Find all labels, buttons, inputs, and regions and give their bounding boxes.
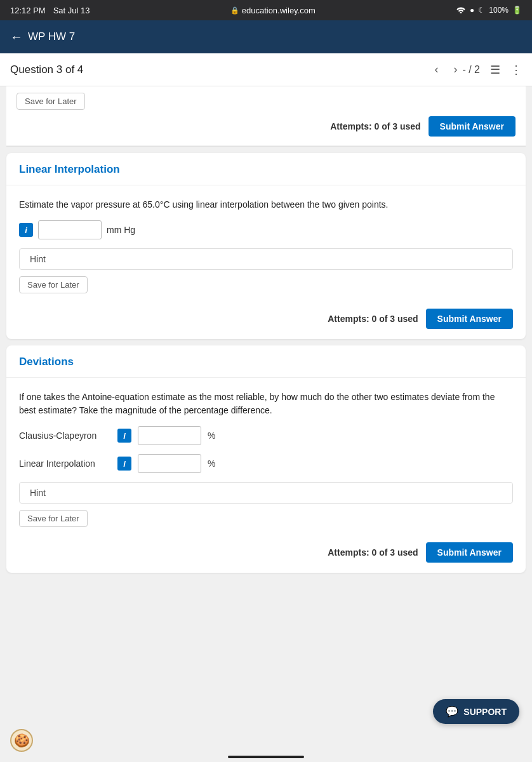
status-bar: 12:12 PM Sat Jul 13 🔒 education.wiley.co… bbox=[0, 0, 532, 20]
status-indicators: ● ☾ 100% 🔋 bbox=[456, 6, 522, 15]
list-icon[interactable]: ☰ bbox=[490, 63, 500, 77]
wifi-icon bbox=[456, 6, 466, 15]
more-options-icon[interactable]: ⋮ bbox=[510, 63, 522, 77]
deviations-title: Deviations bbox=[6, 345, 526, 378]
linear-interpolation-input-row: i mm Hg bbox=[19, 220, 513, 239]
lock-icon: 🔒 bbox=[230, 6, 239, 15]
linear-interpolation-card: Linear Interpolation Estimate the vapor … bbox=[6, 153, 526, 339]
nav-bar: ← WP HW 7 bbox=[0, 20, 532, 53]
linear-interpolation-info-button[interactable]: i bbox=[19, 223, 33, 237]
top-card: Save for Later Attempts: 0 of 3 used Sub… bbox=[6, 86, 526, 147]
main-content: Save for Later Attempts: 0 of 3 used Sub… bbox=[0, 86, 532, 643]
clausius-clapeyron-input[interactable] bbox=[138, 426, 201, 445]
deviations-linear-label: Linear Interpolation bbox=[19, 458, 111, 469]
date-display: Sat Jul 13 bbox=[53, 6, 90, 15]
nav-title: WP HW 7 bbox=[28, 30, 75, 43]
battery-text: 100% bbox=[489, 6, 509, 15]
url-bar: 🔒 education.wiley.com bbox=[230, 6, 316, 15]
linear-interpolation-hint-button[interactable]: Hint bbox=[19, 248, 513, 270]
back-arrow-icon: ← bbox=[10, 30, 23, 44]
linear-interpolation-unit: mm Hg bbox=[107, 225, 135, 235]
support-chat-icon: 💬 bbox=[446, 705, 458, 718]
prev-question-button[interactable]: ‹ bbox=[429, 60, 443, 79]
question-header: Question 3 of 4 ‹ › - / 2 ☰ ⋮ bbox=[0, 53, 532, 86]
next-question-button[interactable]: › bbox=[448, 60, 462, 79]
support-label: SUPPORT bbox=[463, 707, 507, 717]
deviations-linear-info-button[interactable]: i bbox=[117, 457, 131, 471]
top-save-later-button[interactable]: Save for Later bbox=[17, 93, 85, 110]
question-title: Question 3 of 4 bbox=[10, 64, 422, 76]
deviations-question: If one takes the Antoine-equation estima… bbox=[19, 391, 513, 417]
linear-interpolation-answer-input[interactable] bbox=[38, 220, 102, 239]
deviations-submit-button[interactable]: Submit Answer bbox=[426, 542, 513, 563]
score-display: - / 2 bbox=[462, 64, 480, 76]
back-button[interactable]: ← WP HW 7 bbox=[10, 30, 75, 44]
linear-interpolation-submit-button[interactable]: Submit Answer bbox=[426, 309, 513, 329]
top-submit-button[interactable]: Submit Answer bbox=[429, 116, 515, 137]
deviations-linear-input[interactable] bbox=[138, 454, 201, 473]
deviations-attempts-text: Attempts: 0 of 3 used bbox=[328, 547, 418, 558]
deviations-linear-unit: % bbox=[208, 458, 215, 469]
linear-interpolation-title: Linear Interpolation bbox=[6, 153, 526, 185]
url-text: education.wiley.com bbox=[242, 6, 316, 15]
clausius-clapeyron-row: Clausius-Clapeyron i % bbox=[19, 426, 513, 445]
cookie-icon[interactable]: 🍪 bbox=[10, 729, 33, 752]
linear-interpolation-question: Estimate the vapor pressure at 65.0°C us… bbox=[19, 198, 513, 211]
clausius-clapeyron-info-button[interactable]: i bbox=[117, 429, 131, 443]
battery-icon: 🔋 bbox=[512, 6, 522, 15]
top-attempts-text: Attempts: 0 of 3 used bbox=[330, 121, 420, 131]
header-right: - / 2 ☰ ⋮ bbox=[462, 63, 522, 77]
deviations-linear-row: Linear Interpolation i % bbox=[19, 454, 513, 473]
linear-interpolation-save-later-button[interactable]: Save for Later bbox=[19, 276, 88, 293]
clausius-clapeyron-unit: % bbox=[208, 431, 215, 441]
moon-icon: ☾ bbox=[478, 6, 485, 15]
deviations-card: Deviations If one takes the Antoine-equa… bbox=[6, 345, 526, 573]
deviations-hint-button[interactable]: Hint bbox=[19, 482, 513, 504]
linear-interpolation-attempts-text: Attempts: 0 of 3 used bbox=[328, 314, 418, 324]
time-display: 12:12 PM bbox=[10, 6, 46, 15]
clausius-clapeyron-label: Clausius-Clapeyron bbox=[19, 431, 111, 441]
navigation-arrows: ‹ › bbox=[429, 60, 462, 79]
home-indicator bbox=[228, 756, 304, 758]
support-button[interactable]: 💬 SUPPORT bbox=[433, 699, 519, 724]
signal-icon: ● bbox=[470, 6, 474, 15]
deviations-save-later-button[interactable]: Save for Later bbox=[19, 510, 88, 527]
